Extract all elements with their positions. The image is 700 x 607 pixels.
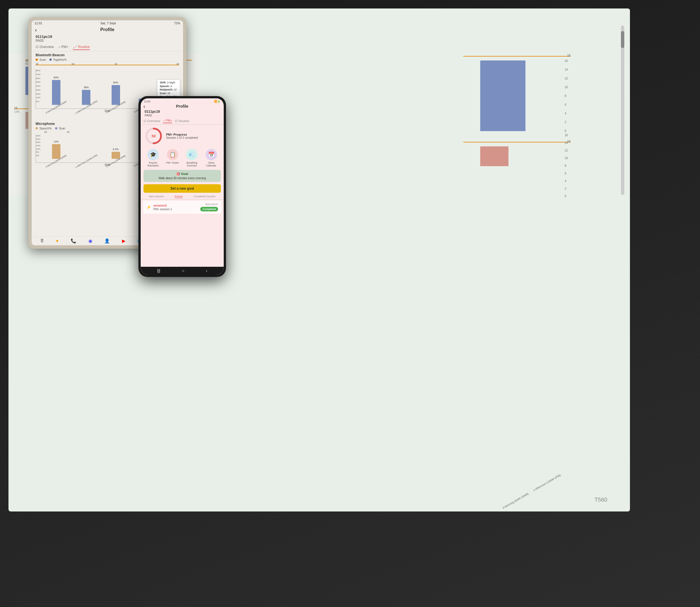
- tablet-header: ‹ Profile: [31, 26, 183, 33]
- y-label2-0: 0: [565, 195, 568, 198]
- phone-progress-label: PM+ Progress: [166, 133, 198, 136]
- y-label-14: 14: [565, 68, 568, 71]
- bar-evening-rect: [111, 85, 120, 105]
- together-legend-label: Together%: [53, 58, 67, 61]
- y-label-6: 6: [565, 103, 568, 106]
- phone-screen: 11:01 📶🔋 ‹ Profile 0111pc19 PA05 ☑Overvi…: [141, 98, 224, 275]
- action-psycho-education[interactable]: 🎓 Psycho Education: [145, 149, 162, 167]
- timeline-val-4: 16: [176, 62, 179, 65]
- tablet-tabs: ☑ Overview ○ PM+ 📈 Routine: [31, 44, 183, 51]
- tooltip-shift: 3-Night: [167, 81, 175, 84]
- tab-routine[interactable]: 📈 Routine: [73, 45, 90, 50]
- tooltip-scan: 16: [167, 92, 170, 95]
- phone-tab-routine[interactable]: ☑Routine: [175, 119, 189, 123]
- bluetooth-y-axis: 0%10%20%30% 40%50%60%70%80%: [36, 69, 40, 103]
- microphone-y-axis: 0%5%10%15%20%25%30%: [36, 134, 40, 157]
- tab-pm-plus[interactable]: ○ PM+: [58, 45, 68, 50]
- y-label2-4: 4: [565, 180, 568, 183]
- phone-nav-back[interactable]: ‹: [206, 269, 207, 273]
- x-label-morning: 0-Morning (6AM-10AM): [502, 492, 529, 509]
- timeline-val-2: 16: [71, 62, 74, 65]
- tablet-nav-yellow[interactable]: ●: [56, 238, 59, 244]
- y-label-16: 16: [565, 59, 568, 62]
- tablet-page-title: Profile: [100, 27, 114, 32]
- monitor-right-bar-1: [480, 61, 526, 131]
- speech-legend-label: Speech%: [40, 127, 52, 130]
- tablet-user-info: 0111pc19 PA05: [31, 33, 183, 44]
- tablet-battery: 72%: [174, 21, 180, 25]
- y-label-4: 4: [565, 112, 568, 115]
- phone-user-code: PA05: [145, 113, 220, 117]
- mic-bar-afternoon: 1-Afternoon (10AM-2PM): [74, 159, 99, 163]
- bar-morning-value: 63%: [54, 76, 59, 79]
- bar-afternoon-rect: [82, 90, 90, 105]
- phone-progress-circle: 50: [145, 127, 163, 145]
- orange-timeline: [36, 65, 179, 65]
- phone-status-bar: 11:01 📶🔋: [141, 98, 224, 103]
- tablet-nav-youtube[interactable]: ▶: [122, 238, 125, 244]
- bar-morning: 63% 0-Morning (6AM-10AM): [44, 80, 68, 108]
- session-tab-events[interactable]: Events: [175, 195, 183, 198]
- phone-navbar: ||| ○ ‹: [141, 267, 224, 275]
- session-tab-completed[interactable]: Completed Session: [193, 195, 215, 198]
- pm-notes-label: PM+ Notes: [166, 161, 179, 164]
- tablet-nav-phone[interactable]: 📞: [71, 238, 76, 244]
- tablet-nav-browser[interactable]: ◉: [88, 238, 92, 244]
- session-status-badge: Completed: [200, 207, 218, 211]
- tablet-nav-apps[interactable]: ⠿: [40, 238, 44, 244]
- together-legend-dot: [49, 59, 52, 61]
- mic-scan-legend-dot: [55, 127, 57, 129]
- phone-tab-pm-plus[interactable]: ○PM+: [163, 119, 172, 123]
- y-label2-16: 16: [565, 134, 568, 137]
- phone-back-button[interactable]: ‹: [144, 104, 145, 109]
- phone-progress-section: 50 PM+ Progress Session 1 of 2 completed: [141, 125, 224, 147]
- breathing-exercise-icon: 💨: [186, 149, 197, 160]
- mic-scan-legend-label: Scan: [59, 127, 65, 130]
- action-client-calendar[interactable]: 📅 Client Calendar: [203, 149, 220, 167]
- goal-icon: 🎯: [176, 172, 180, 175]
- bar-evening: 50% 2-Evening (2PM-6PM): [105, 85, 127, 108]
- psycho-education-label: Psycho Education: [145, 161, 162, 167]
- y-label-8: 8: [565, 95, 568, 98]
- session-tab-next[interactable]: Next Session: [149, 195, 164, 198]
- tablet-nav-user[interactable]: 👤: [104, 238, 110, 244]
- monitor-right-bar-2: [480, 146, 508, 166]
- action-breathing-exercise[interactable]: 💨 Breathing Exercise: [183, 149, 200, 167]
- client-calendar-label: Client Calendar: [203, 161, 220, 167]
- phone-nav-menu[interactable]: |||: [157, 269, 160, 273]
- monitor-scrollbar[interactable]: [621, 25, 624, 195]
- breathing-exercise-label: Breathing Exercise: [183, 161, 200, 167]
- phone-session-tabs: Next Session Events Completed Session: [141, 194, 224, 200]
- tab-overview[interactable]: ☑ Overview: [36, 45, 54, 50]
- set-new-goal-button[interactable]: Set a new goal: [144, 184, 221, 193]
- mic-bar-morning-rect: [52, 144, 61, 159]
- speech-legend-dot: [36, 127, 38, 129]
- bar-afternoon-value: 38%: [84, 86, 89, 89]
- y-label2-8: 8: [565, 164, 568, 167]
- y-label2-2: 2: [565, 187, 568, 190]
- phone-page-title: Profile: [176, 104, 188, 108]
- pm-notes-icon: 📋: [167, 149, 178, 160]
- phone-header: ‹ Profile: [141, 103, 224, 109]
- mic-bar-evening: 6.3% 2-Evening (2PM-6PM): [105, 152, 127, 163]
- phone-nav-home[interactable]: ○: [182, 269, 184, 273]
- phone-progress-subtitle: Session 1 of 2 completed: [166, 136, 198, 139]
- y-label2-6: 6: [565, 172, 568, 175]
- y-label-10: 10: [565, 86, 568, 89]
- mic-bar-morning-value: 13%: [54, 140, 59, 143]
- monitor-scrollbar-thumb[interactable]: [621, 31, 624, 48]
- phone-goal-title: 🎯 Goal: [147, 172, 217, 176]
- bar-evening-value: 50%: [113, 81, 119, 84]
- action-pm-notes[interactable]: 📋 PM+ Notes: [164, 149, 181, 167]
- tablet-back-button[interactable]: ‹: [35, 27, 37, 33]
- phone-tab-overview[interactable]: ☑Overview: [144, 119, 160, 123]
- timeline-val-1: 16: [36, 62, 38, 65]
- y-label2-10: 10: [565, 156, 568, 160]
- phone-user-info: 0111pc19 PA05: [141, 109, 224, 118]
- phone-progress-info: PM+ Progress Session 1 of 2 completed: [166, 133, 198, 139]
- y-label2-12: 12: [565, 149, 568, 152]
- tablet-status-bar: 11:01 Sat, 7 Sept 72%: [31, 20, 183, 26]
- timeline-val-3: 16: [114, 62, 117, 65]
- y-label2-14: 14: [565, 141, 568, 144]
- phone-device: 11:01 📶🔋 ‹ Profile 0111pc19 PA05 ☑Overvi…: [139, 96, 226, 277]
